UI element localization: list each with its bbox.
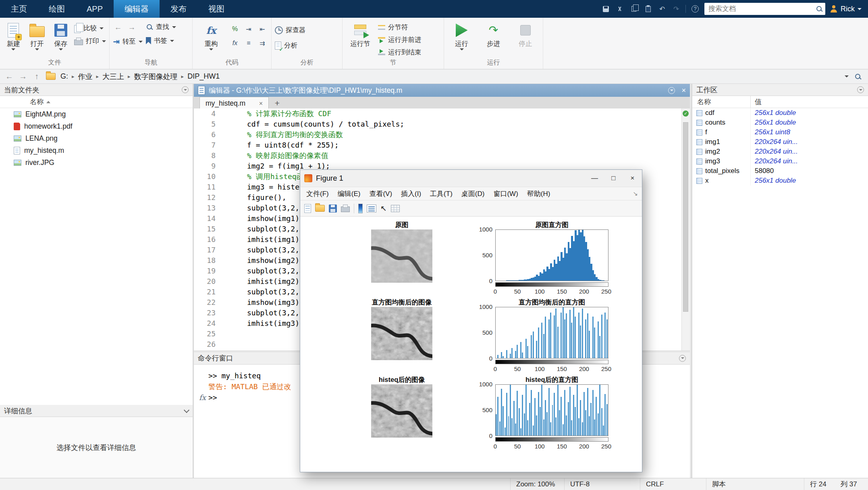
breadcrumb-dropdown-icon[interactable] xyxy=(845,75,849,77)
image-thumbnail[interactable] xyxy=(371,384,432,438)
minimize-button[interactable]: — xyxy=(585,170,604,187)
profiler-button[interactable]: 探查器 xyxy=(275,26,306,35)
line-ending-indicator[interactable]: CRLF xyxy=(640,478,664,490)
code-line[interactable]: 5cdf = cumsum(counts) / total_pixels; xyxy=(194,119,690,129)
ribbon-tab-2[interactable]: 绘图 xyxy=(38,0,76,18)
breadcrumb-segment[interactable]: G: xyxy=(60,72,68,81)
file-row[interactable]: LENA.png xyxy=(0,132,193,144)
compare-button[interactable]: 比较 xyxy=(74,23,106,33)
file-row[interactable]: homework1.pdf xyxy=(0,120,193,132)
property-inspector-icon[interactable] xyxy=(391,205,400,212)
save-button[interactable]: 保存 xyxy=(50,21,71,57)
panel-menu-icon[interactable] xyxy=(857,86,864,93)
collapse-icon[interactable] xyxy=(184,407,189,413)
chart-plot-box[interactable] xyxy=(495,229,608,281)
tab-my-histeq[interactable]: my_histeq.m × xyxy=(199,97,269,110)
run-button[interactable]: 运行 xyxy=(447,21,476,57)
encoding-indicator[interactable]: UTF-8 xyxy=(564,478,590,490)
goto-button[interactable]: ⇥ 转至 xyxy=(113,37,143,46)
workspace-row[interactable]: cdf256x1 double xyxy=(692,108,868,118)
ribbon-tab-6[interactable]: 视图 xyxy=(197,0,235,18)
figure-menu-item[interactable]: 工具(T) xyxy=(426,189,457,198)
print-button[interactable]: 打印 xyxy=(74,37,106,46)
details-header[interactable]: 详细信息 xyxy=(0,405,193,417)
section-break-button[interactable]: 分节符 xyxy=(378,23,422,32)
workspace-row[interactable]: x256x1 double xyxy=(692,176,868,186)
edit-plot-icon[interactable]: ↖ xyxy=(380,204,387,213)
ribbon-tab-4[interactable]: 编辑器 xyxy=(114,0,160,18)
open-button[interactable]: 打开 xyxy=(27,21,48,57)
print-figure-icon[interactable] xyxy=(341,206,350,212)
redo-icon[interactable]: ↷ xyxy=(671,4,681,14)
bookmark-button[interactable]: 书签 xyxy=(146,36,176,45)
figure-menu-item[interactable]: 文件(F) xyxy=(302,189,333,198)
file-row[interactable]: river.JPG xyxy=(0,156,193,169)
ribbon-tab-3[interactable]: APP xyxy=(76,0,114,18)
close-tab-icon[interactable]: × xyxy=(259,100,263,107)
save-icon[interactable] xyxy=(601,4,611,14)
figure-title-bar[interactable]: Figure 1 — □ × xyxy=(300,170,642,187)
close-button[interactable]: × xyxy=(623,170,642,187)
workspace-row[interactable]: img3220x264 uin... xyxy=(692,156,868,166)
run-to-end-button[interactable]: 运行到结束 xyxy=(378,48,422,57)
doc-search-input[interactable] xyxy=(704,5,816,13)
code-line[interactable]: 6% 得到直方图均衡的变换函数 xyxy=(194,129,690,140)
run-section-button[interactable]: 运行节 xyxy=(346,21,375,57)
code-line[interactable]: 7f = uint8(cdf * 255); xyxy=(194,140,690,150)
maximize-button[interactable]: □ xyxy=(604,170,623,187)
insert-function-icon[interactable]: fx xyxy=(230,38,240,48)
image-thumbnail[interactable] xyxy=(371,307,432,360)
cut-icon[interactable] xyxy=(615,4,625,14)
chart-plot-box[interactable] xyxy=(495,384,608,436)
workspace-row[interactable]: img1220x264 uin... xyxy=(692,137,868,147)
figure-menu-item[interactable]: 桌面(D) xyxy=(457,189,489,198)
workspace-row[interactable]: img2220x264 uin... xyxy=(692,147,868,156)
browse-folder-icon[interactable] xyxy=(46,73,56,80)
scrollbar-thumb[interactable] xyxy=(683,122,688,312)
undo-icon[interactable]: ↶ xyxy=(657,4,667,14)
editor-title-bar[interactable]: 编辑器 - G:\作业\大三上\数字图像处理\DIP_HW1\my_histeq… xyxy=(194,84,690,97)
find-button[interactable]: 查找 xyxy=(146,23,176,31)
figure-menu-item[interactable]: 窗口(W) xyxy=(489,189,522,198)
code-line[interactable]: 4% 计算累计分布函数 CDF xyxy=(194,108,690,119)
zoom-level[interactable]: Zoom: 100% xyxy=(510,478,555,490)
file-row[interactable]: EightAM.png xyxy=(0,108,193,120)
figure-menu-item[interactable]: 查看(V) xyxy=(365,189,397,198)
breadcrumb-segment[interactable]: 大三上 xyxy=(102,72,124,81)
wrap-comment-icon[interactable]: ≡ xyxy=(243,38,254,48)
breadcrumb-segment[interactable]: 数字图像处理 xyxy=(134,72,178,81)
breadcrumb-segment[interactable]: DIP_HW1 xyxy=(187,72,220,81)
workspace-row[interactable]: f256x1 uint8 xyxy=(692,127,868,137)
panel-menu-icon[interactable] xyxy=(679,355,686,362)
help-icon[interactable]: ? xyxy=(690,4,700,14)
forward-icon[interactable]: → xyxy=(19,72,27,81)
step-button[interactable]: ↷ 步进 xyxy=(479,21,508,57)
undock-editor-icon[interactable] xyxy=(668,87,675,94)
insert-legend-icon[interactable] xyxy=(367,204,376,213)
code-line[interactable]: 8% 映射原始图像的像素值 xyxy=(194,150,690,161)
ribbon-tab-1[interactable]: 主页 xyxy=(0,0,38,18)
analyze-button[interactable]: 分析 xyxy=(275,41,306,50)
workspace-row[interactable]: counts256x1 double xyxy=(692,118,868,127)
insert-colorbar-icon[interactable] xyxy=(358,204,363,213)
new-tab-button[interactable]: + xyxy=(269,97,286,110)
breadcrumb-segment[interactable]: 作业 xyxy=(78,72,93,81)
stop-button[interactable]: 停止 xyxy=(511,21,540,57)
run-and-advance-button[interactable]: 运行并前进 xyxy=(378,35,422,44)
open-file-icon[interactable] xyxy=(315,205,325,212)
new-figure-icon[interactable] xyxy=(304,204,311,213)
new-button[interactable]: + 新建 xyxy=(3,21,24,57)
folder-name-column-header[interactable]: 名称 xyxy=(0,96,193,108)
copy-icon[interactable] xyxy=(629,4,639,14)
search-folder-icon[interactable] xyxy=(854,73,862,80)
file-row[interactable]: my_histeq.m xyxy=(0,144,193,156)
search-icon[interactable] xyxy=(816,5,823,13)
close-editor-icon[interactable]: × xyxy=(681,86,686,95)
indent-left-icon[interactable]: ⇤ xyxy=(257,24,268,34)
figure-menu-item[interactable]: 帮助(H) xyxy=(523,189,555,198)
refactor-button[interactable]: fx 重构 xyxy=(196,21,226,57)
workspace-row[interactable]: total_pixels58080 xyxy=(692,166,868,176)
chart-plot-box[interactable] xyxy=(495,307,608,359)
workspace-column-header[interactable]: 名称 值 xyxy=(692,96,868,108)
paste-icon[interactable] xyxy=(643,4,653,14)
